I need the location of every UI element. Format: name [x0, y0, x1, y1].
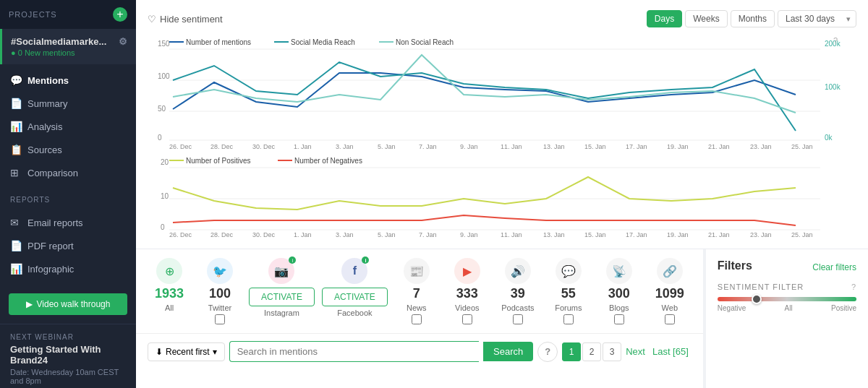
twitter-icon: 🐦: [207, 258, 233, 284]
podcasts-checkbox[interactable]: [513, 314, 523, 324]
chevron-down-icon: ▾: [213, 347, 217, 357]
svg-text:30. Dec: 30. Dec: [252, 143, 276, 149]
sentiment-chart: 20 10 0 Number of Positives Number of Ne…: [148, 152, 842, 238]
sidebar-item-email-reports[interactable]: ✉ Email reports: [0, 211, 136, 234]
heart-icon: ♡: [148, 14, 156, 25]
svg-text:25. Jan: 25. Jan: [791, 231, 813, 238]
days-button[interactable]: Days: [647, 10, 682, 27]
news-count: 7: [413, 286, 420, 301]
sentiment-slider-thumb[interactable]: [752, 294, 762, 304]
svg-text:20: 20: [161, 158, 169, 166]
svg-text:150: 150: [158, 40, 170, 48]
svg-text:100: 100: [158, 72, 170, 80]
news-checkbox[interactable]: [412, 314, 422, 324]
twitter-checkbox[interactable]: [215, 314, 225, 324]
next-page-link[interactable]: Next: [623, 346, 648, 357]
pdf-icon: 📄: [10, 240, 22, 251]
svg-text:11. Jan: 11. Jan: [501, 143, 522, 149]
instagram-info-dot: i: [289, 256, 296, 264]
instagram-activate-button[interactable]: ACTIVATE: [249, 288, 315, 306]
search-button[interactable]: Search: [483, 342, 533, 361]
search-bar-row: ⬇ Recent first ▾ Search ? 1 2 3 Next Las…: [136, 333, 703, 369]
time-controls: Days Weeks Months Last 30 days Last 7 da…: [647, 10, 856, 27]
videos-count: 333: [456, 286, 478, 301]
blogs-icon: 📡: [606, 258, 632, 284]
forums-checkbox[interactable]: [563, 314, 574, 324]
blogs-count: 300: [608, 286, 630, 301]
play-icon: ▶: [26, 299, 33, 309]
web-icon: 🔗: [657, 258, 683, 284]
svg-text:9. Jan: 9. Jan: [460, 231, 478, 238]
gear-icon[interactable]: ⚙: [119, 36, 127, 47]
svg-text:17. Jan: 17. Jan: [626, 231, 647, 238]
sidebar-item-comparison[interactable]: ⊞ Comparison: [0, 161, 136, 184]
source-item-forums[interactable]: 💬 55 Forums: [547, 258, 590, 324]
svg-text:13. Jan: 13. Jan: [543, 231, 565, 238]
search-help-button[interactable]: ?: [537, 342, 558, 362]
sidebar-item-label: Mentions: [27, 75, 69, 86]
videos-checkbox[interactable]: [462, 314, 472, 324]
videos-icon: ▶: [454, 258, 480, 284]
date-range-select[interactable]: Last 30 days Last 7 days Last 14 days: [778, 10, 856, 27]
svg-text:1. Jan: 1. Jan: [294, 143, 312, 149]
clear-filters-link[interactable]: Clear filters: [812, 262, 856, 272]
project-item[interactable]: #Socialmediamarke... ⚙ ● 0 New mentions: [0, 29, 136, 64]
svg-text:23. Jan: 23. Jan: [750, 231, 772, 238]
sentiment-slider[interactable]: [718, 297, 856, 301]
svg-text:19. Jan: 19. Jan: [667, 231, 689, 238]
last-page-link[interactable]: Last [65]: [650, 346, 692, 357]
source-item-twitter[interactable]: 🐦 100 Twitter: [198, 258, 242, 324]
svg-text:7. Jan: 7. Jan: [419, 231, 437, 238]
source-item-videos[interactable]: ▶ 333 Videos: [446, 258, 489, 324]
add-project-button[interactable]: +: [113, 7, 127, 22]
page-1-button[interactable]: 1: [562, 342, 581, 361]
source-item-web[interactable]: 🔗 1099 Web: [648, 258, 692, 324]
hide-sentiment-button[interactable]: ♡ Hide sentiment: [148, 14, 223, 25]
sidebar-item-summary[interactable]: 📄 Summary: [0, 92, 136, 115]
facebook-info-dot: i: [362, 256, 369, 264]
source-item-blogs[interactable]: 📡 300 Blogs: [597, 258, 641, 324]
web-checkbox[interactable]: [665, 314, 675, 324]
facebook-activate-button[interactable]: ACTIVATE: [322, 288, 388, 306]
svg-text:5. Jan: 5. Jan: [378, 231, 396, 238]
bottom-panel: ⊕ 1933 All 🐦 100 Twitter 📷 i: [136, 249, 868, 388]
svg-text:26. Dec: 26. Dec: [169, 143, 192, 149]
sidebar-item-sources[interactable]: 📋 Sources: [0, 138, 136, 161]
date-range-wrapper: Last 30 days Last 7 days Last 14 days: [778, 10, 856, 27]
all-icon: ⊕: [156, 258, 182, 284]
sort-button[interactable]: ⬇ Recent first ▾: [148, 342, 225, 361]
facebook-icon: f i: [341, 258, 367, 284]
video-walkthrough-button[interactable]: ▶ Video walk through: [9, 293, 127, 315]
svg-text:30. Dec: 30. Dec: [252, 231, 276, 238]
search-input[interactable]: [229, 341, 479, 362]
weeks-button[interactable]: Weeks: [685, 10, 727, 27]
source-item-podcasts[interactable]: 🔊 39 Podcasts: [496, 258, 540, 324]
svg-text:28. Dec: 28. Dec: [210, 231, 234, 238]
months-button[interactable]: Months: [731, 10, 775, 27]
sentiment-help-icon[interactable]: ?: [851, 283, 856, 291]
forums-count: 55: [561, 286, 576, 301]
sidebar-item-mentions[interactable]: 💬 Mentions: [0, 69, 136, 92]
source-item-news[interactable]: 📰 7 News: [395, 258, 438, 324]
svg-text:15. Jan: 15. Jan: [584, 231, 606, 238]
svg-text:9. Jan: 9. Jan: [460, 143, 478, 149]
svg-text:15. Jan: 15. Jan: [584, 143, 606, 149]
source-item-all[interactable]: ⊕ 1933 All: [148, 258, 191, 312]
sidebar-item-label: Infographic: [27, 264, 74, 275]
sidebar-item-pdf-report[interactable]: 📄 PDF report: [0, 234, 136, 257]
svg-text:1. Jan: 1. Jan: [294, 231, 312, 238]
projects-label: PROJECTS: [9, 10, 57, 19]
svg-text:0: 0: [161, 223, 165, 231]
sidebar-item-infographic[interactable]: 📊 Infographic: [0, 257, 136, 280]
twitter-count: 100: [209, 286, 231, 301]
chart-section: ♡ Hide sentiment Days Weeks Months Last …: [136, 0, 868, 249]
web-label: Web: [662, 303, 678, 312]
sidebar-item-analysis[interactable]: 📊 Analysis: [0, 115, 136, 138]
sidebar: PROJECTS + #Socialmediamarke... ⚙ ● 0 Ne…: [0, 0, 136, 388]
page-3-button[interactable]: 3: [603, 342, 621, 361]
page-2-button[interactable]: 2: [582, 342, 601, 361]
sources-row: ⊕ 1933 All 🐦 100 Twitter 📷 i: [136, 249, 703, 333]
facebook-label: Facebook: [337, 309, 372, 317]
svg-text:13. Jan: 13. Jan: [543, 143, 565, 149]
blogs-checkbox[interactable]: [614, 314, 624, 324]
